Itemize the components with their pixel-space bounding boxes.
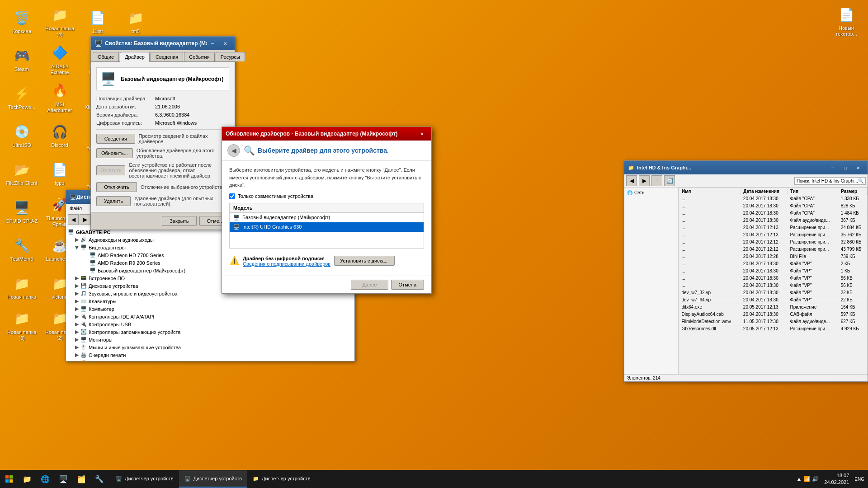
compatible-devices-checkbox[interactable]: [229, 193, 235, 199]
driver-next-button[interactable]: Далее: [351, 280, 388, 290]
toolbar-btn-back[interactable]: ◀: [68, 214, 79, 225]
desktop-icon-igpu[interactable]: 📄 igpu: [42, 155, 78, 192]
table-row[interactable]: ... 20.04.2017 12:13 Расширение при... 3…: [679, 231, 868, 239]
filemgr-titlebar[interactable]: 📁 Intel HD & Iris Graphi... ─ □ ✕: [624, 161, 868, 174]
props-close-btn[interactable]: Закрыть: [162, 216, 196, 226]
filemgr-refresh-btn[interactable]: 🔄: [664, 175, 675, 186]
table-row[interactable]: ... 20.04.2017 18:30 Файл "CPA" 828 КБ: [679, 202, 868, 210]
tree-software-row[interactable]: ▶ 📦 Программные устройства: [75, 359, 353, 361]
props-btn-update[interactable]: Обновить...: [96, 148, 133, 158]
tree-keyboard-row[interactable]: ▶ ⌨️ Клавиатуры: [75, 297, 353, 305]
filemgr-up-btn[interactable]: ↑: [651, 175, 662, 186]
filemgr-minimize[interactable]: ─: [827, 163, 839, 172]
desktop-icon-filezilla[interactable]: 📂 FileZilla Client: [4, 155, 40, 192]
desktop-icon-right[interactable]: 📄 Новый текстов...: [828, 4, 864, 39]
desktop-icon-steam[interactable]: 🎮 Steam: [4, 42, 40, 78]
properties-minimize-button[interactable]: ─: [207, 39, 218, 48]
driver-titlebar[interactable]: Обновление драйверов - Базовый видеоадап…: [222, 127, 431, 141]
toolbar-btn-forward[interactable]: ▶: [80, 214, 90, 225]
table-row[interactable]: ... 20.04.2017 18:30 Файл "VP" 2 КБ: [679, 260, 868, 267]
properties-close-button[interactable]: ✕: [219, 39, 231, 48]
driver-back-button[interactable]: ◀: [227, 144, 240, 157]
taskbar-devmgr[interactable]: 🖥️: [54, 470, 72, 488]
table-row[interactable]: ... 20.04.2017 18:30 Файл "VP" 1 КБ: [679, 267, 868, 275]
table-row[interactable]: dev_w7_64.vp 20.04.2017 18:30 Файл "VP" …: [679, 296, 868, 304]
file-size: 43 799 КБ: [838, 246, 868, 253]
desktop-icon-tm5[interactable]: 📁 tm5: [118, 4, 154, 40]
tree-ide-row[interactable]: ▶ 🔌 Контроллеры IDE ATA/ATAPI: [75, 313, 353, 320]
taskbar-chrome[interactable]: 🌐: [36, 470, 54, 488]
taskbar-app-devmgr1[interactable]: 🖥️ Диспетчер устройств: [110, 470, 179, 488]
props-btn-disable[interactable]: Отключить: [96, 182, 137, 192]
driver-close-button[interactable]: ✕: [416, 129, 428, 138]
sidebar-network-item[interactable]: 🌐 Сеть: [626, 189, 676, 196]
tray-speaker-icon[interactable]: 🔊: [812, 476, 819, 482]
tab-drayver[interactable]: Драйвер: [120, 52, 150, 62]
tree-storage-row[interactable]: ▶ 💽 Контроллеры запоминающих устройств: [75, 328, 353, 336]
props-btn-svedeniya[interactable]: Сведения: [96, 134, 135, 144]
desktop-icon-discord[interactable]: 🎧 Discord: [42, 117, 78, 154]
driver-cancel-button[interactable]: Отмена: [391, 280, 424, 290]
col-size[interactable]: Размер: [838, 188, 868, 195]
install-from-disk-button[interactable]: Установить с диска...: [334, 256, 395, 266]
taskbar-app-devmgr2[interactable]: 🖥️ Диспетчер устройств: [179, 470, 248, 488]
tray-lang[interactable]: ENG: [854, 477, 864, 482]
desktop-icon-techpower[interactable]: ⚡ TechPowe...: [4, 80, 40, 116]
filemgr-close[interactable]: ✕: [852, 163, 864, 172]
filemgr-back-btn[interactable]: ◀: [626, 175, 637, 186]
table-row[interactable]: ... 20.04.2017 18:30 Файл аудио/виде... …: [679, 217, 868, 224]
desktop-icon-korzina[interactable]: 🗑️ Корзина: [4, 4, 40, 40]
tab-obshie[interactable]: Общие: [93, 52, 119, 61]
table-row[interactable]: ... 20.04.2017 12:12 Расширение при... 3…: [679, 239, 868, 246]
devmgr-menu-file[interactable]: Файл: [68, 205, 84, 212]
col-type[interactable]: Тип: [788, 188, 838, 195]
tree-monitors-row[interactable]: ▶ 🖥️ Мониторы: [75, 336, 353, 343]
table-row[interactable]: FilmModeDetection.wmv 11.05.2017 12:30 Ф…: [679, 318, 868, 325]
desktop-icon-cpuid[interactable]: 🖥️ CPUID CPU-Z: [4, 193, 40, 230]
table-row[interactable]: ... 20.04.2017 12:13 Расширение при... 2…: [679, 224, 868, 231]
desktop-icon-newfolder4[interactable]: 📁 Новая папка (4): [42, 4, 78, 40]
tree-usb-row[interactable]: ▶ 🔌 Контроллеры USB: [75, 320, 353, 328]
taskbar-unknown1[interactable]: 🗂️: [72, 470, 90, 488]
props-btn-delete[interactable]: Удалить: [96, 196, 131, 206]
table-row[interactable]: ... 20.04.2017 18:30 Файл "VP" 56 КБ: [679, 282, 868, 289]
tray-icon-up[interactable]: ▲: [796, 476, 802, 482]
desktop-icon-11tar[interactable]: 📄 11tar: [80, 4, 116, 40]
start-button[interactable]: [0, 470, 18, 488]
tab-svedeniya[interactable]: Сведения: [151, 52, 183, 61]
tree-mice-row[interactable]: ▶ 🖱️ Мыши и иные указывающие устройства: [75, 343, 353, 351]
desktop-icon-testmem[interactable]: 🔧 TestMem5: [4, 231, 40, 267]
filemgr-forward-btn[interactable]: ▶: [639, 175, 650, 186]
desktop-icon-newfolder[interactable]: 📁 Новая папка: [4, 269, 40, 305]
taskbar-explorer[interactable]: 📁: [18, 470, 36, 488]
driver-signature-link[interactable]: Сведения о подписывании драйверов: [243, 261, 330, 267]
desktop-icon-msiab[interactable]: 🔥 MSI Afterburner: [42, 80, 78, 116]
table-row[interactable]: ... 20.04.2017 18:30 Файл "CPA" 1 330 КБ: [679, 195, 868, 202]
col-date[interactable]: Дата изменения: [741, 188, 788, 195]
tree-print-row[interactable]: ▶ 🖨️ Очереди печати: [75, 351, 353, 359]
table-row[interactable]: GfxResources.dll 20.05.2017 12:13 Расшир…: [679, 325, 868, 333]
taskbar-app-devmgr3[interactable]: 📁 Диспетчер устройств: [247, 470, 316, 488]
filemgr-maximize[interactable]: □: [840, 163, 851, 172]
table-row[interactable]: ... 20.04.2017 12:12 Расширение при... 4…: [679, 246, 868, 253]
tab-sobytiya[interactable]: События: [184, 52, 214, 61]
desktop-icon-newfolder3[interactable]: 📁 Новая папка (3): [4, 307, 40, 343]
table-row[interactable]: dev_w7_32.vp 20.04.2017 18:30 Файл "VP" …: [679, 289, 868, 296]
table-row[interactable]: ... 20.04.2017 18:30 Файл "VP" 56 КБ: [679, 275, 868, 282]
props-btn-rollback[interactable]: Откатить: [96, 165, 125, 175]
taskbar-unknown2[interactable]: 🔧: [90, 470, 108, 488]
desktop-icon-aida[interactable]: 🔷 AIDA64 Extreme: [42, 42, 78, 78]
table-row[interactable]: ... 20.04.2017 18:30 Файл "CPA" 1 484 КБ: [679, 210, 868, 217]
tab-resursy[interactable]: Ресурсы: [216, 52, 245, 61]
taskbar-time[interactable]: 18:07 24.02.2021: [821, 472, 853, 486]
model-item-intel[interactable]: 🖥️ Intel(R) UHD Graphics 630: [230, 222, 424, 232]
desktop-icon-ultraiso[interactable]: 💿 UltraISO: [4, 117, 40, 154]
table-row[interactable]: DisplayAudiox64.cab 20.04.2017 18:30 CAB…: [679, 311, 868, 318]
tree-computer-row[interactable]: ▶ 🖥️ Компьютер: [75, 305, 353, 313]
col-name[interactable]: Имя: [679, 188, 741, 195]
model-item-basic[interactable]: 🖥️ Базовый видеоадаптер (Майкрософт): [230, 213, 424, 222]
properties-titlebar[interactable]: 🖥️ Свойства: Базовый видеоадаптер (Майкр…: [91, 37, 235, 50]
table-row[interactable]: ... 20.04.2017 12:28 BIN File 739 КБ: [679, 253, 868, 260]
table-row[interactable]: difx64.exe 20.05.2017 12:13 Приложение 1…: [679, 304, 868, 311]
tray-network-icon[interactable]: 📶: [803, 476, 810, 482]
